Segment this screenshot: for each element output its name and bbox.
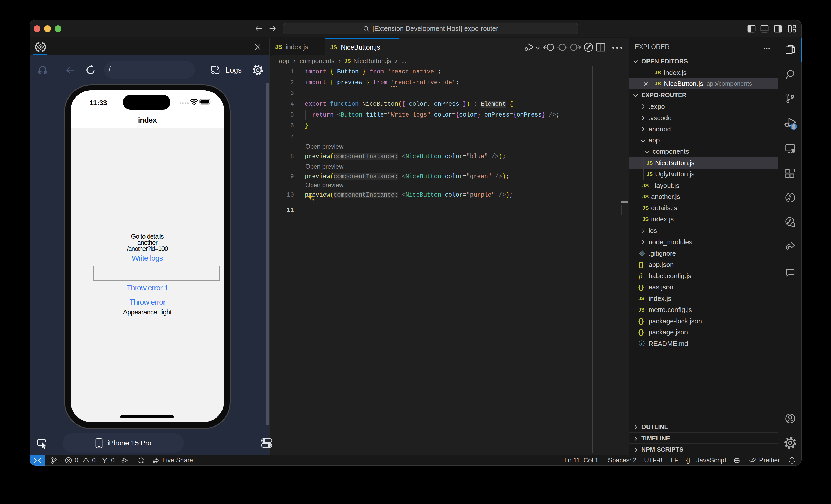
svg-text:1: 1 xyxy=(792,124,795,129)
